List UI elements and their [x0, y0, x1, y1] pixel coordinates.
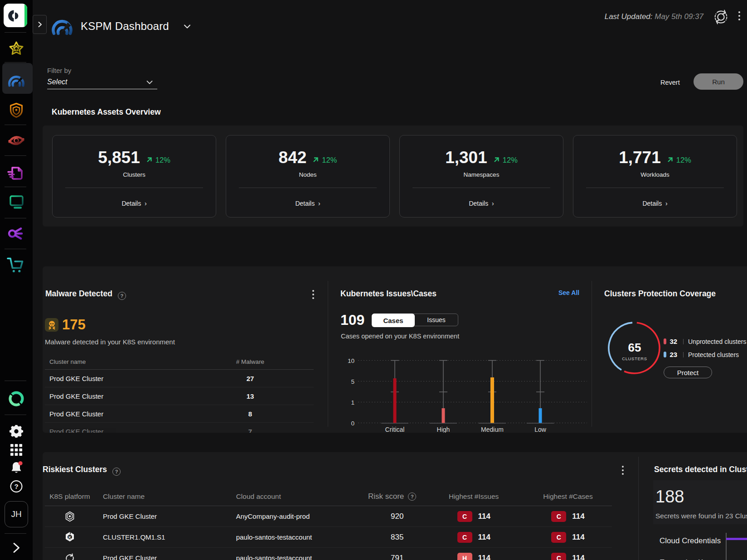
svg-text:High: High: [437, 426, 450, 433]
svg-text:5: 5: [351, 378, 354, 385]
svg-text:Low: Low: [534, 426, 547, 433]
svg-text:?: ?: [14, 483, 18, 490]
svg-text:65: 65: [628, 341, 641, 354]
svg-text:K: K: [68, 535, 72, 540]
svg-text:10: 10: [348, 357, 354, 364]
svg-text:CLUSTERS: CLUSTERS: [622, 356, 647, 361]
svg-text:1: 1: [351, 399, 354, 406]
svg-text:0: 0: [351, 420, 354, 427]
svg-text:Critical: Critical: [385, 426, 405, 433]
svg-text:Medium: Medium: [481, 426, 504, 433]
